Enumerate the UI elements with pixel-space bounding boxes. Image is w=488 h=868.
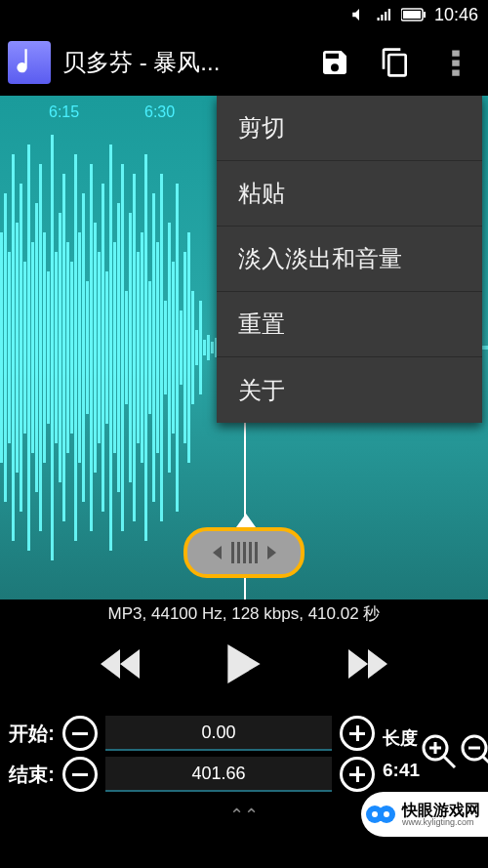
start-minus-button[interactable] [62, 716, 98, 751]
svg-rect-60 [211, 342, 214, 353]
end-minus-button[interactable] [62, 757, 98, 792]
watermark-logo-icon [365, 799, 396, 830]
svg-rect-18 [47, 271, 50, 424]
svg-rect-12 [23, 262, 26, 434]
status-bar: 10:46 [0, 0, 488, 29]
svg-rect-53 [183, 252, 186, 443]
menu-cut[interactable]: 剪切 [217, 96, 482, 161]
svg-rect-31 [98, 252, 101, 443]
svg-rect-52 [180, 310, 183, 385]
save-button[interactable] [310, 38, 359, 87]
menu-fade-volume[interactable]: 淡入淡出和音量 [217, 227, 482, 292]
svg-rect-43 [144, 154, 147, 541]
svg-rect-6 [0, 232, 3, 463]
length-value: 6:41 [383, 760, 420, 781]
timeline-label-2: 6:30 [144, 103, 175, 121]
arrow-left-icon [213, 546, 222, 559]
svg-rect-24 [70, 262, 73, 434]
svg-rect-4 [452, 61, 460, 66]
play-button[interactable] [227, 644, 261, 687]
watermark: 快眼游戏网 www.kyligting.com [361, 792, 488, 837]
svg-rect-22 [62, 174, 65, 521]
svg-rect-28 [86, 281, 89, 414]
svg-rect-13 [27, 145, 30, 551]
playhead-marker [236, 514, 256, 527]
arrow-right-icon [267, 546, 276, 559]
rewind-button[interactable] [101, 649, 140, 682]
app-icon [8, 41, 51, 84]
svg-rect-50 [172, 262, 175, 434]
zoom-in-button[interactable] [420, 732, 459, 775]
zoom-out-button[interactable] [459, 732, 488, 775]
mute-icon [350, 6, 368, 23]
svg-rect-2 [424, 12, 426, 18]
end-plus-button[interactable] [340, 757, 375, 792]
action-bar: 贝多芬 - 暴风... [0, 29, 488, 96]
menu-reset[interactable]: 重置 [217, 292, 482, 357]
menu-about[interactable]: 关于 [217, 357, 482, 423]
length-col: 长度 6:41 [379, 705, 420, 803]
overflow-menu-button[interactable] [431, 38, 480, 87]
transport-controls [0, 627, 488, 705]
svg-rect-19 [51, 135, 54, 560]
svg-rect-17 [43, 232, 46, 463]
svg-rect-57 [199, 301, 202, 394]
svg-rect-26 [78, 232, 81, 463]
svg-line-69 [483, 757, 488, 767]
svg-rect-16 [39, 164, 42, 531]
svg-rect-36 [117, 203, 120, 492]
svg-rect-1 [403, 11, 421, 19]
end-input[interactable] [105, 757, 332, 792]
signal-icon [376, 6, 393, 23]
length-label: 长度 [383, 726, 418, 750]
svg-rect-10 [16, 223, 19, 473]
svg-point-74 [384, 811, 389, 817]
svg-rect-30 [94, 223, 97, 473]
start-row: 开始: [4, 716, 375, 751]
start-plus-button[interactable] [340, 716, 375, 751]
svg-rect-14 [31, 242, 34, 453]
svg-rect-5 [452, 70, 460, 76]
svg-rect-45 [152, 193, 155, 502]
svg-rect-7 [4, 193, 7, 502]
start-label: 开始: [4, 721, 55, 747]
svg-rect-58 [203, 340, 206, 355]
svg-rect-32 [102, 184, 104, 512]
copy-button[interactable] [371, 38, 420, 87]
svg-rect-15 [35, 203, 38, 492]
svg-rect-56 [195, 330, 198, 365]
watermark-title: 快眼游戏网 [402, 803, 480, 818]
svg-rect-46 [156, 242, 159, 453]
svg-line-65 [444, 757, 455, 767]
svg-rect-25 [74, 154, 77, 541]
audio-info: MP3, 44100 Hz, 128 kbps, 410.02 秒 [0, 599, 488, 627]
svg-rect-34 [109, 145, 112, 551]
svg-rect-42 [141, 232, 143, 463]
svg-rect-11 [20, 184, 22, 512]
forward-button[interactable] [348, 649, 387, 682]
svg-rect-47 [160, 174, 163, 521]
svg-rect-27 [82, 193, 85, 502]
end-row: 结束: [4, 757, 375, 792]
svg-rect-21 [59, 213, 61, 482]
svg-rect-59 [207, 335, 210, 360]
menu-paste[interactable]: 粘贴 [217, 161, 482, 227]
selection-handle[interactable] [183, 527, 305, 578]
grip-icon [231, 542, 258, 563]
svg-rect-35 [113, 242, 116, 453]
zoom-controls [420, 705, 488, 803]
svg-rect-41 [137, 252, 140, 443]
svg-rect-49 [168, 223, 171, 473]
svg-rect-51 [176, 184, 179, 512]
edit-panel: 开始: 结束: 长度 6:41 [0, 705, 488, 803]
svg-point-73 [372, 811, 378, 817]
overflow-menu: 剪切 粘贴 淡入淡出和音量 重置 关于 [217, 96, 482, 423]
svg-rect-29 [90, 164, 93, 531]
svg-rect-20 [55, 252, 58, 443]
watermark-url: www.kyligting.com [402, 818, 480, 827]
svg-rect-9 [12, 154, 15, 541]
battery-icon [401, 8, 427, 21]
start-input[interactable] [105, 716, 332, 751]
drag-handle-icon[interactable]: ⌃⌃ [229, 805, 259, 826]
end-label: 结束: [4, 762, 55, 788]
